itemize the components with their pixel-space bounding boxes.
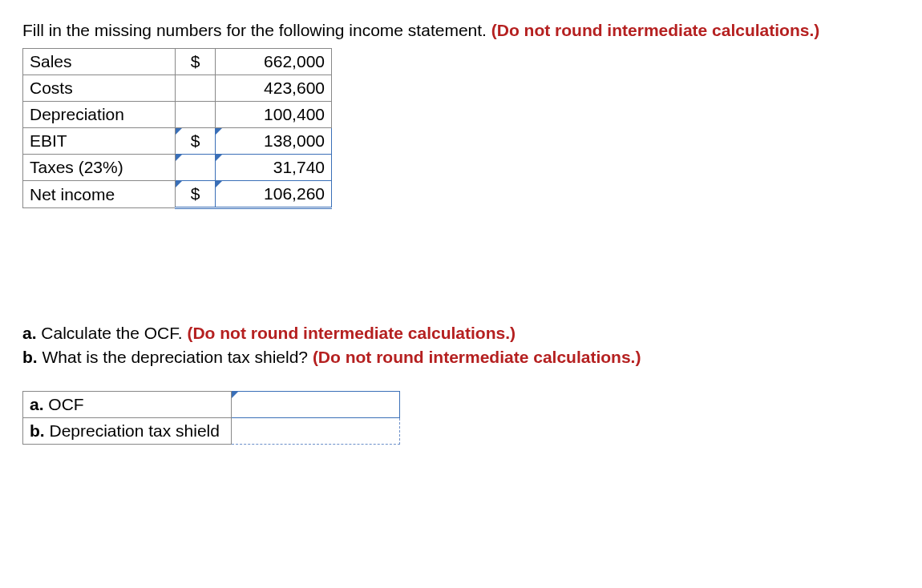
table-row: Depreciation100,400 [23, 102, 332, 128]
row-value[interactable]: 31,740 [216, 155, 332, 181]
row-label: Costs [23, 75, 176, 102]
row-currency [176, 102, 216, 128]
answer-input[interactable] [232, 392, 400, 418]
row-currency[interactable]: $ [176, 181, 216, 208]
question-b-red: (Do not round intermediate calculations.… [313, 348, 641, 366]
row-value: 423,600 [216, 75, 332, 102]
row-label: Net income [23, 181, 176, 208]
table-row: b. Depreciation tax shield [23, 418, 400, 445]
row-value[interactable]: 138,000 [216, 128, 332, 155]
question-a-red: (Do not round intermediate calculations.… [187, 324, 516, 342]
row-value[interactable]: 106,260 [216, 181, 332, 208]
table-row: Net income$106,260 [23, 181, 332, 208]
question-b-text: What is the depreciation tax shield? [42, 348, 313, 366]
question-b-prefix: b. [22, 348, 38, 366]
questions-block: a. Calculate the OCF. (Do not round inte… [22, 321, 900, 369]
row-label: Depreciation [23, 102, 176, 128]
prompt-text: Fill in the missing numbers for the foll… [22, 19, 900, 42]
table-row: EBIT$138,000 [23, 128, 332, 155]
row-value: 100,400 [216, 102, 332, 128]
row-value: 662,000 [216, 49, 332, 75]
income-statement-table: Sales$662,000Costs423,600Depreciation100… [22, 48, 332, 209]
prompt-black: Fill in the missing numbers for the foll… [22, 21, 491, 39]
table-row: Taxes (23%)31,740 [23, 155, 332, 181]
table-row: Sales$662,000 [23, 49, 332, 75]
question-a-text: Calculate the OCF. [41, 324, 187, 342]
question-a-prefix: a. [22, 324, 37, 342]
answer-row-label: a. OCF [23, 392, 232, 418]
answer-input[interactable] [232, 418, 400, 445]
row-label: EBIT [23, 128, 176, 155]
answer-row-label: b. Depreciation tax shield [23, 418, 232, 445]
row-currency: $ [176, 49, 216, 75]
row-label: Sales [23, 49, 176, 75]
table-row: a. OCF [23, 392, 400, 418]
answer-table: a. OCFb. Depreciation tax shield [22, 391, 400, 445]
row-currency[interactable] [176, 155, 216, 181]
prompt-red: (Do not round intermediate calculations.… [491, 21, 820, 39]
table-row: Costs423,600 [23, 75, 332, 102]
row-label: Taxes (23%) [23, 155, 176, 181]
row-currency [176, 75, 216, 102]
row-currency[interactable]: $ [176, 128, 216, 155]
